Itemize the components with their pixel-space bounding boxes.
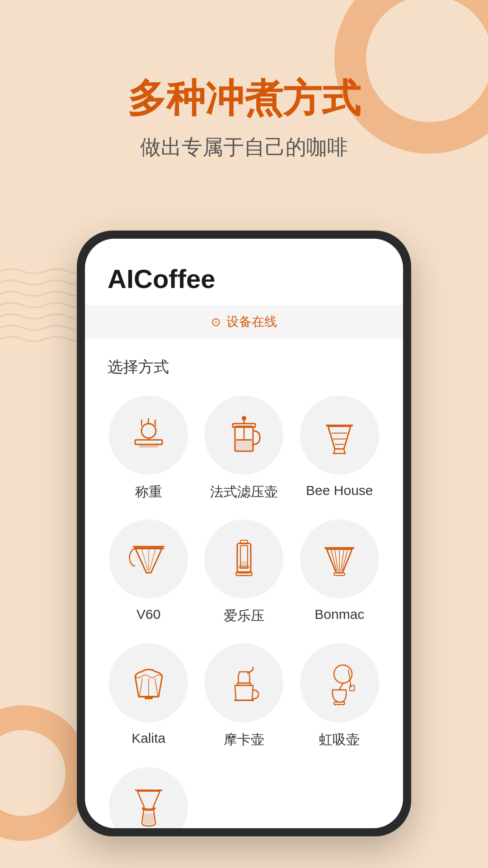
svg-line-36 [140, 679, 142, 696]
svg-line-16 [344, 449, 345, 453]
hero-subtitle: 做出专属于自己的咖啡 [36, 133, 452, 161]
status-text: 设备在线 [226, 313, 277, 330]
svg-line-33 [341, 550, 344, 571]
method-item-kalita[interactable]: Kalita [108, 643, 189, 749]
phone-outer-frame: AICoffee ⊙ 设备在线 选择方式 [77, 231, 411, 836]
section-label: 选择方式 [108, 357, 380, 377]
method-label-french-press: 法式滤压壶 [210, 483, 278, 501]
svg-line-46 [339, 683, 343, 690]
method-label-v60: V60 [136, 607, 160, 622]
method-icon-moka [204, 643, 283, 722]
svg-rect-47 [334, 702, 345, 704]
app-content: 选择方式 [85, 339, 403, 828]
svg-rect-28 [240, 561, 248, 568]
method-icon-bonmac [300, 519, 379, 599]
method-item-aeropress[interactable]: 爱乐压 [203, 519, 285, 625]
svg-line-15 [334, 449, 335, 453]
svg-point-7 [242, 416, 246, 420]
app-header: AICoffee [85, 239, 403, 305]
method-item-syphon[interactable]: 虹吸壶 [299, 643, 380, 749]
method-icon-chemex [109, 767, 188, 828]
method-item-bonmac[interactable]: Bonmac [299, 519, 380, 625]
method-icon-kalita [109, 643, 188, 722]
method-item-chemex[interactable]: Chemex [108, 767, 189, 828]
app-title: AICoffee [108, 264, 380, 294]
svg-line-31 [335, 550, 338, 571]
method-icon-french-press [204, 396, 283, 475]
svg-rect-5 [233, 424, 255, 427]
method-icon-weigh [109, 396, 188, 475]
svg-point-2 [141, 424, 156, 438]
method-icon-v60 [109, 519, 188, 599]
status-icon: ⊙ [211, 315, 221, 329]
method-item-v60[interactable]: V60 [108, 519, 189, 625]
method-icon-bee-house [300, 396, 379, 475]
hero-title: 多种冲煮方式 [36, 77, 452, 120]
method-label-weigh: 称重 [135, 483, 162, 501]
svg-line-38 [155, 679, 158, 696]
svg-point-41 [148, 697, 150, 699]
svg-rect-53 [350, 685, 354, 691]
svg-rect-10 [235, 441, 253, 450]
method-label-moka: 摩卡壶 [224, 731, 264, 749]
svg-rect-26 [236, 572, 252, 576]
svg-point-42 [150, 697, 152, 699]
svg-rect-1 [140, 444, 158, 447]
svg-line-22 [150, 549, 155, 571]
methods-grid: 称重 [108, 396, 380, 828]
svg-rect-0 [135, 440, 162, 444]
method-item-moka[interactable]: 摩卡壶 [203, 643, 285, 749]
method-item-bee-house[interactable]: Bee House [299, 396, 380, 501]
phone-inner-screen: AICoffee ⊙ 设备在线 选择方式 [85, 239, 403, 828]
svg-point-40 [145, 697, 147, 699]
method-item-french-press[interactable]: 法式滤压壶 [203, 396, 285, 501]
svg-rect-35 [334, 573, 345, 576]
method-label-kalita: Kalita [131, 731, 165, 746]
method-item-weigh[interactable]: 称重 [108, 396, 189, 501]
method-label-aeropress: 爱乐压 [224, 607, 264, 625]
method-icon-syphon [300, 643, 379, 722]
hero-section: 多种冲煮方式 做出专属于自己的咖啡 [36, 77, 452, 161]
method-icon-aeropress [204, 519, 283, 599]
method-label-syphon: 虹吸壶 [319, 731, 360, 749]
svg-line-20 [142, 549, 148, 571]
method-label-bonmac: Bonmac [314, 607, 364, 622]
status-bar: ⊙ 设备在线 [85, 305, 403, 339]
phone-mockup: AICoffee ⊙ 设备在线 选择方式 [77, 231, 411, 836]
method-label-bee-house: Bee House [306, 483, 373, 498]
